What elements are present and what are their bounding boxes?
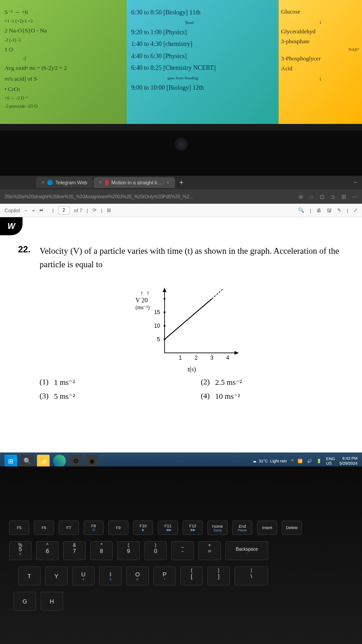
menu-icon[interactable]: ⋯ bbox=[352, 193, 357, 200]
zoom-out-icon[interactable]: − bbox=[24, 208, 27, 213]
edge-icon[interactable] bbox=[53, 455, 66, 467]
key-f10[interactable]: F10▶ bbox=[133, 521, 153, 535]
print-icon[interactable]: 🖶 bbox=[316, 208, 321, 213]
volume-icon[interactable]: 🔊 bbox=[307, 459, 312, 463]
svg-text:10: 10 bbox=[154, 323, 160, 329]
new-tab-button[interactable]: + bbox=[176, 178, 187, 187]
copilot-label[interactable]: Copilot bbox=[5, 208, 20, 213]
favorites-icon[interactable]: ⪾ bbox=[330, 193, 336, 200]
extensions-icon[interactable]: ⊞ bbox=[341, 193, 346, 200]
key-bracket-right[interactable]: }] bbox=[207, 566, 230, 585]
key-f6[interactable]: F6 bbox=[34, 521, 54, 535]
wifi-icon[interactable]: 📶 bbox=[298, 459, 302, 463]
close-icon[interactable]: × bbox=[41, 179, 45, 186]
pdf-document[interactable]: W 22. Velocity (V) of a particle varies … bbox=[0, 217, 362, 470]
minimize-icon[interactable]: − bbox=[353, 178, 362, 187]
url-bar[interactable]: 20in%20a%20straight%20line%20_%20Assignm… bbox=[0, 189, 362, 204]
webcam bbox=[174, 137, 188, 151]
app-icon[interactable]: ◉ bbox=[86, 455, 98, 467]
pdf-icon bbox=[105, 180, 109, 185]
blue-sticky-note: 6:30 to 8:50 [Biology] 11th Read 9:20 to… bbox=[127, 0, 279, 124]
search-icon[interactable]: 🔍 bbox=[21, 455, 33, 467]
key-f8[interactable]: F8⊡ bbox=[83, 521, 104, 535]
close-icon[interactable]: × bbox=[99, 179, 102, 186]
fit-icon[interactable]: ⬌ bbox=[39, 207, 43, 213]
qwerty-row: T Y U4 I5 O6 P* {[ }] |\ bbox=[9, 566, 353, 585]
key-home[interactable]: HomeSysrq bbox=[207, 521, 228, 535]
page-count: of 7 bbox=[74, 208, 82, 213]
velocity-time-graph: ↑ ↑ V 20 (ms⁻¹) bbox=[137, 281, 246, 371]
fullscreen-icon[interactable]: ⤢ bbox=[353, 207, 357, 213]
key-f5[interactable]: F5 bbox=[9, 521, 29, 535]
key-end[interactable]: EndPause bbox=[232, 521, 252, 535]
weather-widget[interactable]: ☁ 31°C Light rain bbox=[252, 459, 287, 463]
key-f9[interactable]: F9 bbox=[108, 521, 128, 535]
laptop-keyboard: F5 F6 F7 F8⊡ F9 F10▶ F11◀◀ F12▶▶ HomeSys… bbox=[0, 466, 362, 644]
key-minus[interactable]: _- bbox=[171, 541, 194, 560]
sticky-notes-background: S⁻² → +6 +1 -1 (+2)-1 +2 2 Na-O{S}O - Na… bbox=[0, 0, 362, 124]
rotate-icon[interactable]: ⟳ bbox=[92, 207, 96, 213]
key-8[interactable]: *8 bbox=[90, 541, 113, 560]
question-number: 22. bbox=[18, 244, 31, 401]
key-h[interactable]: H bbox=[41, 592, 63, 611]
start-button[interactable]: ⊞ bbox=[5, 455, 17, 467]
edit-icon[interactable]: ✎ bbox=[337, 207, 341, 213]
key-o[interactable]: O6 bbox=[126, 566, 149, 585]
chevron-up-icon[interactable]: ^ bbox=[291, 459, 293, 463]
tab-telegram[interactable]: × Telegram Web bbox=[36, 177, 93, 188]
key-delete[interactable]: Delete bbox=[282, 521, 302, 535]
key-u[interactable]: U4 bbox=[72, 566, 95, 585]
key-backslash[interactable]: |\ bbox=[234, 566, 268, 585]
tab-pdf[interactable]: × Motion in a straight line _ Assignm × bbox=[94, 177, 175, 188]
star-icon[interactable]: ☆ bbox=[309, 193, 314, 200]
asdf-row: G H bbox=[9, 592, 353, 611]
tab-label: Telegram Web bbox=[55, 180, 87, 185]
key-y[interactable]: Y bbox=[45, 566, 68, 585]
view-icon[interactable]: ⊞ bbox=[107, 207, 111, 213]
browser-chrome: × Telegram Web × Motion in a straight li… bbox=[0, 176, 362, 470]
key-6[interactable]: ^6 bbox=[36, 541, 59, 560]
key-bracket-left[interactable]: {[ bbox=[180, 566, 203, 585]
number-key-row: %5€ ^6 &7 *8 (9 )0 _- += Backspace← bbox=[9, 541, 353, 560]
url-text: 20in%20a%20straight%20line%20_%20Assignm… bbox=[5, 194, 294, 199]
key-f12[interactable]: F12▶▶ bbox=[183, 521, 203, 535]
key-f7[interactable]: F7 bbox=[59, 521, 79, 535]
option-2: (2) 2.5 ms⁻² bbox=[201, 378, 344, 387]
search-icon[interactable]: 🔍 bbox=[298, 207, 304, 213]
key-t[interactable]: T bbox=[18, 566, 41, 585]
svg-text:3: 3 bbox=[211, 355, 214, 361]
key-equals[interactable]: += bbox=[198, 541, 221, 560]
option-1: (1) 1 ms⁻² bbox=[40, 378, 183, 387]
key-9[interactable]: (9 bbox=[117, 541, 140, 560]
key-7[interactable]: &7 bbox=[63, 541, 86, 560]
svg-text:15: 15 bbox=[154, 309, 160, 315]
key-0[interactable]: )0 bbox=[144, 541, 167, 560]
svg-point-6 bbox=[164, 325, 165, 327]
key-i[interactable]: I5 bbox=[99, 566, 122, 585]
file-explorer-icon[interactable]: 📁 bbox=[37, 455, 50, 467]
svg-marker-2 bbox=[163, 288, 166, 292]
zoom-in-icon[interactable]: + bbox=[32, 208, 35, 213]
clock[interactable]: 6:42 PM 5/29/2024 bbox=[339, 456, 357, 466]
svg-point-10 bbox=[164, 298, 165, 300]
close-icon[interactable]: × bbox=[166, 180, 169, 185]
telegram-icon bbox=[47, 180, 53, 185]
page-number-input[interactable] bbox=[58, 206, 69, 215]
collections-icon[interactable]: ⊡ bbox=[320, 193, 325, 200]
y-axis-label: ↑ ↑ V 20 (ms⁻¹) bbox=[135, 290, 150, 311]
key-insert[interactable]: Insert bbox=[257, 521, 277, 535]
key-5[interactable]: %5€ bbox=[9, 541, 32, 560]
key-p[interactable]: P* bbox=[153, 566, 176, 585]
language-indicator[interactable]: ENG US bbox=[326, 457, 335, 466]
key-f11[interactable]: F11◀◀ bbox=[158, 521, 178, 535]
svg-text:2: 2 bbox=[195, 355, 198, 361]
key-g[interactable]: G bbox=[14, 592, 36, 611]
key-backspace[interactable]: Backspace← bbox=[225, 541, 268, 560]
zoom-icon[interactable]: ⊕ bbox=[298, 193, 303, 200]
svg-text:4: 4 bbox=[226, 355, 229, 361]
laptop-screen: × Telegram Web × Motion in a straight li… bbox=[0, 124, 362, 466]
weather-icon: ☁ bbox=[252, 459, 257, 463]
app-icon[interactable]: ⚙ bbox=[69, 455, 82, 467]
save-icon[interactable]: 🖫 bbox=[327, 208, 332, 213]
battery-icon[interactable]: 🔋 bbox=[316, 459, 321, 463]
